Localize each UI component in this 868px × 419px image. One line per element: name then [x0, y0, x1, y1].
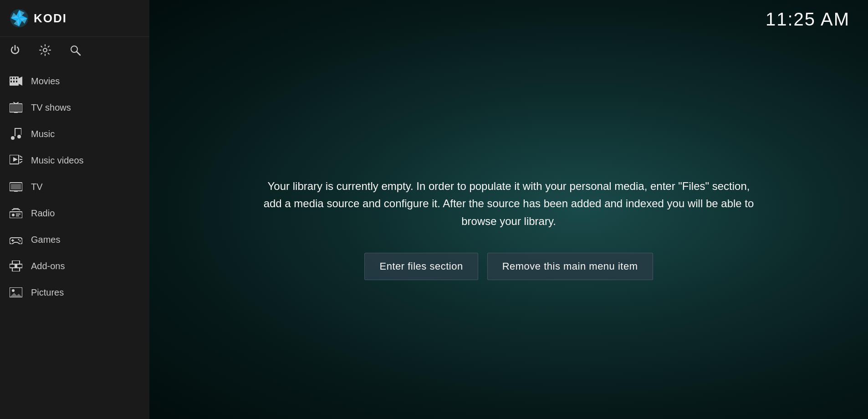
- music-videos-icon: [9, 153, 23, 167]
- sidebar-header: KODI: [0, 0, 149, 37]
- svg-rect-29: [15, 128, 21, 129]
- sidebar-item-games-label: Games: [31, 235, 60, 245]
- sidebar-item-music-videos-label: Music videos: [31, 155, 84, 166]
- svg-marker-54: [10, 293, 22, 297]
- svg-rect-21: [10, 105, 21, 111]
- svg-line-34: [20, 161, 22, 163]
- music-icon: [9, 127, 23, 141]
- content-area: Your library is currently empty. In orde…: [149, 39, 868, 419]
- search-icon[interactable]: [69, 44, 81, 59]
- sidebar-item-add-ons[interactable]: Add-ons: [0, 253, 149, 279]
- svg-point-45: [20, 240, 21, 242]
- add-ons-icon: [9, 259, 23, 273]
- svg-point-25: [11, 136, 15, 140]
- sidebar-item-movies-label: Movies: [31, 76, 60, 87]
- tv-shows-icon: [9, 101, 23, 114]
- svg-point-39: [12, 214, 15, 216]
- sidebar-item-movies[interactable]: Movies: [0, 68, 149, 94]
- svg-rect-28: [21, 128, 21, 135]
- top-bar: 11:25 AM: [149, 0, 868, 39]
- svg-point-26: [17, 135, 21, 138]
- empty-library-message: Your library is currently empty. In orde…: [258, 178, 759, 230]
- svg-line-32: [20, 156, 22, 158]
- svg-point-44: [18, 239, 20, 240]
- svg-rect-14: [10, 77, 12, 79]
- svg-rect-27: [15, 128, 15, 136]
- nav-menu: Movies TV shows: [0, 68, 149, 306]
- svg-rect-18: [13, 81, 15, 82]
- svg-point-9: [43, 48, 47, 52]
- games-icon: [9, 233, 23, 246]
- svg-rect-40: [16, 214, 20, 215]
- sidebar-item-tv[interactable]: TV: [0, 174, 149, 200]
- svg-marker-13: [19, 77, 22, 86]
- sidebar-item-music-label: Music: [31, 129, 55, 139]
- svg-rect-47: [17, 264, 22, 268]
- kodi-logo: KODI: [9, 8, 67, 28]
- svg-rect-16: [16, 77, 17, 79]
- radio-icon: [9, 206, 23, 220]
- pictures-icon: [9, 286, 23, 299]
- remove-menu-item-button[interactable]: Remove this main menu item: [487, 253, 653, 280]
- action-buttons: Enter files section Remove this main men…: [364, 253, 653, 280]
- sidebar-item-pictures-label: Pictures: [31, 287, 64, 298]
- sidebar: KODI: [0, 0, 149, 419]
- sidebar-item-radio-label: Radio: [31, 208, 55, 219]
- kodi-logo-icon: [9, 8, 29, 28]
- sidebar-toolbar: [0, 37, 149, 66]
- sidebar-item-radio[interactable]: Radio: [0, 200, 149, 226]
- svg-rect-24: [14, 112, 18, 113]
- svg-rect-41: [16, 215, 19, 216]
- svg-point-53: [12, 289, 15, 292]
- svg-rect-37: [14, 191, 18, 192]
- svg-marker-31: [13, 157, 18, 162]
- sidebar-item-tv-label: TV: [31, 182, 43, 192]
- app-title: KODI: [34, 11, 67, 26]
- svg-rect-38: [10, 212, 22, 218]
- enter-files-section-button[interactable]: Enter files section: [364, 253, 478, 280]
- main-content: 11:25 AM Your library is currently empty…: [149, 0, 868, 419]
- svg-rect-15: [13, 77, 15, 79]
- sidebar-item-tv-shows-label: TV shows: [31, 102, 71, 113]
- clock-display: 11:25 AM: [766, 9, 850, 30]
- svg-rect-49: [12, 268, 20, 271]
- tv-icon: [9, 180, 23, 194]
- svg-rect-46: [10, 264, 15, 268]
- sidebar-item-music[interactable]: Music: [0, 121, 149, 147]
- svg-rect-17: [10, 81, 12, 82]
- sidebar-item-tv-shows[interactable]: TV shows: [0, 94, 149, 121]
- sidebar-item-music-videos[interactable]: Music videos: [0, 147, 149, 174]
- settings-icon[interactable]: [39, 44, 51, 59]
- svg-line-11: [77, 52, 81, 56]
- svg-rect-48: [12, 261, 20, 264]
- sidebar-item-pictures[interactable]: Pictures: [0, 279, 149, 306]
- sidebar-item-games[interactable]: Games: [0, 226, 149, 253]
- sidebar-item-add-ons-label: Add-ons: [31, 261, 65, 271]
- svg-rect-36: [11, 184, 21, 189]
- movies-icon: [9, 74, 23, 88]
- svg-rect-19: [16, 81, 17, 82]
- power-icon[interactable]: [9, 44, 21, 59]
